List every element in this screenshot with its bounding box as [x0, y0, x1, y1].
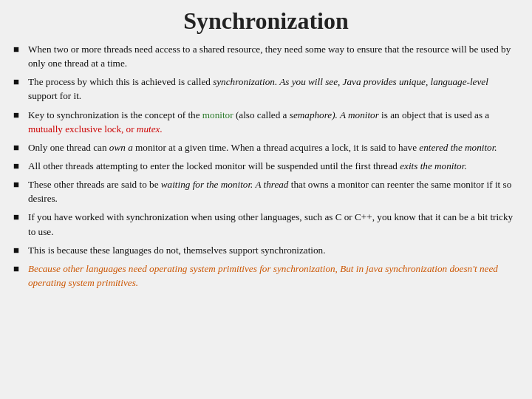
bullet-list: ■ When two or more threads need access t…: [13, 42, 519, 290]
bullet-marker: ■: [13, 243, 27, 257]
list-item: ■ When two or more threads need access t…: [13, 42, 519, 70]
italic-text: own a: [109, 142, 133, 153]
italic-text: synchronization. As you will see, Java p…: [213, 76, 488, 87]
bullet-marker: ■: [13, 140, 27, 154]
bullet-text: These other threads are said to be waiti…: [28, 177, 519, 205]
bullet-text: This is because these languages do not, …: [28, 243, 519, 257]
italic-text: waiting for the monitor. A thread: [161, 179, 289, 190]
bullet-text: Key to synchronization is the concept of…: [28, 108, 519, 136]
bullet-text: The process by which this is achieved is…: [28, 75, 519, 103]
bullet-marker: ■: [13, 177, 27, 191]
bullet-marker: ■: [13, 42, 27, 56]
italic-text: exits the monitor.: [400, 160, 466, 171]
bullet-marker: ■: [13, 108, 27, 122]
bullet-text: Because other languages need operating s…: [28, 262, 519, 290]
slide: Synchronization ■ When two or more threa…: [0, 0, 532, 399]
list-item: ■ All other threads attempting to enter …: [13, 159, 519, 173]
slide-title: Synchronization: [13, 7, 519, 35]
italic-text: semaphore). A monitor: [290, 109, 379, 120]
bullet-marker: ■: [13, 75, 27, 89]
list-item: ■ Because other languages need operating…: [13, 262, 519, 290]
list-item: ■ If you have worked with synchronizatio…: [13, 210, 519, 238]
mutex-text: mutually exclusive lock, or mutex.: [28, 123, 163, 134]
bullet-text: All other threads attempting to enter th…: [28, 159, 519, 173]
bullet-text: If you have worked with synchronization …: [28, 210, 519, 238]
list-item: ■ Key to synchronization is the concept …: [13, 108, 519, 136]
list-item: ■ This is because these languages do not…: [13, 243, 519, 257]
monitor-text: monitor: [202, 109, 233, 120]
bullet-marker: ■: [13, 210, 27, 224]
bullet-marker: ■: [13, 159, 27, 173]
list-item: ■ Only one thread can own a monitor at a…: [13, 140, 519, 154]
bullet-text: Only one thread can own a monitor at a g…: [28, 140, 519, 154]
bullet-text: When two or more threads need access to …: [28, 42, 519, 70]
list-item: ■ The process by which this is achieved …: [13, 75, 519, 103]
italic-text: entered the monitor.: [419, 142, 497, 153]
bullet-marker: ■: [13, 262, 27, 276]
list-item: ■ These other threads are said to be wai…: [13, 177, 519, 205]
